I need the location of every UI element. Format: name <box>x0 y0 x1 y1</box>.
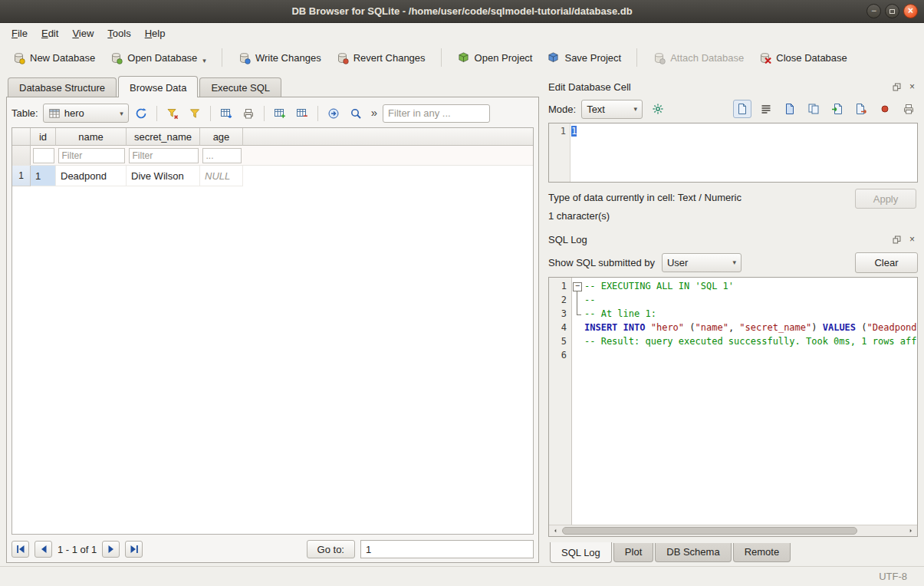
last-page-button[interactable] <box>125 541 143 558</box>
close-database-button[interactable]: Close Database <box>752 47 853 69</box>
delete-record-button[interactable] <box>292 104 312 123</box>
import-button[interactable] <box>828 100 847 118</box>
open-database-icon <box>110 51 123 64</box>
cell-age[interactable]: NULL <box>200 166 243 186</box>
filter-input-id[interactable] <box>33 148 54 163</box>
tab-db-schema[interactable]: DB Schema <box>655 543 731 562</box>
goto-input[interactable] <box>360 540 534 558</box>
horizontal-scrollbar[interactable] <box>549 525 917 536</box>
printer-icon <box>242 107 255 120</box>
print-cell-button[interactable] <box>899 100 918 118</box>
word-wrap-button[interactable] <box>757 100 775 118</box>
minimize-button[interactable]: − <box>866 4 881 18</box>
tab-database-structure[interactable]: Database Structure <box>8 77 117 97</box>
open-project-button[interactable]: Open Project <box>451 47 539 69</box>
mode-selector[interactable]: Text ▾ <box>581 100 643 119</box>
find-button[interactable] <box>346 104 366 123</box>
table-selector[interactable]: hero ▾ <box>43 104 129 123</box>
cell-editor[interactable]: 1 1 <box>548 123 918 183</box>
filter-input-secret-name[interactable] <box>129 148 199 163</box>
print-button[interactable] <box>238 104 258 123</box>
row-header[interactable]: 1 <box>12 166 31 186</box>
sql-source-selector[interactable]: User ▾ <box>662 253 742 272</box>
revert-changes-button[interactable]: Revert Changes <box>330 47 432 69</box>
filter-input-name[interactable] <box>58 148 125 163</box>
write-changes-button[interactable]: Write Changes <box>232 47 327 69</box>
edit-cell-title: Edit Database Cell <box>548 81 631 93</box>
next-page-button[interactable] <box>102 541 120 558</box>
scroll-left-icon <box>551 527 559 535</box>
text-mode-button[interactable] <box>733 100 751 118</box>
column-header-id[interactable]: id <box>31 128 56 146</box>
save-filter-button[interactable] <box>185 104 205 123</box>
titlebar[interactable]: DB Browser for SQLite - /home/user/code/… <box>0 0 924 23</box>
clear-filters-button[interactable] <box>163 104 182 123</box>
first-page-button[interactable] <box>12 541 29 558</box>
refresh-icon <box>135 107 147 120</box>
tab-browse-data[interactable]: Browse Data <box>118 76 198 97</box>
log-line-number: 2 <box>549 293 572 307</box>
editor-content[interactable]: 1 <box>571 123 917 182</box>
scroll-left-button[interactable] <box>549 525 561 536</box>
menu-help[interactable]: Help <box>138 25 173 42</box>
sql-log-view[interactable]: 1-- EXECUTING ALL IN 'SQL 1'2--3-- At li… <box>548 277 918 537</box>
table-row[interactable]: 1 1 Deadpond Dive Wilson NULL <box>12 166 533 186</box>
menu-file[interactable]: File <box>5 25 35 42</box>
clear-log-button[interactable]: Clear <box>855 252 918 273</box>
grid-corner[interactable] <box>12 128 31 146</box>
float-panel-button[interactable] <box>891 234 903 245</box>
goto-cell-button[interactable] <box>324 104 344 123</box>
log-line-text: -- Result: query executed successfully. … <box>583 334 916 348</box>
cell-name[interactable]: Deadpond <box>56 166 127 186</box>
open-external-button[interactable] <box>781 100 799 118</box>
auto-format-button[interactable] <box>648 99 668 119</box>
open-database-button[interactable]: Open Database ▾ <box>104 47 212 69</box>
cell-char-count: 1 character(s) <box>548 210 918 222</box>
browse-toolbar: Table: hero ▾ <box>12 102 534 124</box>
prev-page-button[interactable] <box>35 541 52 558</box>
filter-any-input[interactable] <box>383 104 490 123</box>
menu-edit[interactable]: Edit <box>35 25 65 42</box>
menu-tools[interactable]: Tools <box>100 25 137 42</box>
column-header-name[interactable]: name <box>56 128 127 146</box>
tab-execute-sql[interactable]: Execute SQL <box>199 77 281 97</box>
menu-view[interactable]: View <box>65 25 100 42</box>
chevron-down-icon[interactable]: ▾ <box>202 57 206 64</box>
save-table-button[interactable] <box>216 104 236 123</box>
copy-button[interactable] <box>804 100 823 118</box>
close-panel-button[interactable]: × <box>906 234 918 245</box>
insert-record-button[interactable] <box>270 104 290 123</box>
goto-button[interactable]: Go to: <box>307 540 355 558</box>
export-button[interactable] <box>852 100 870 118</box>
revert-changes-label: Revert Changes <box>353 52 426 64</box>
scroll-right-button[interactable] <box>905 525 917 536</box>
table-label: Table: <box>12 107 38 119</box>
cell-secret-name[interactable]: Dive Wilson <box>127 166 200 186</box>
chevron-down-icon: ▾ <box>116 110 123 117</box>
new-database-button[interactable]: New Database <box>6 47 101 69</box>
fold-collapse-icon[interactable] <box>572 279 583 293</box>
scrollbar-thumb[interactable] <box>562 527 857 535</box>
column-header-age[interactable]: age <box>200 128 243 146</box>
close-window-button[interactable]: × <box>903 4 918 18</box>
column-header-secret-name[interactable]: secret_name <box>127 128 200 146</box>
toolbar-overflow-button[interactable]: » <box>368 106 380 120</box>
attach-database-button[interactable]: Attach Database <box>646 47 750 69</box>
set-null-button[interactable] <box>876 100 894 118</box>
write-changes-icon <box>238 51 251 64</box>
statusbar: UTF-8 <box>0 566 924 586</box>
save-project-button[interactable]: Save Project <box>541 47 627 69</box>
filter-input-age[interactable] <box>202 148 242 163</box>
tab-remote[interactable]: Remote <box>733 543 791 562</box>
tab-plot[interactable]: Plot <box>613 543 653 562</box>
float-panel-button[interactable] <box>891 81 903 93</box>
tab-sql-log[interactable]: SQL Log <box>550 542 612 563</box>
cell-id[interactable]: 1 <box>31 166 56 186</box>
refresh-button[interactable] <box>131 104 151 123</box>
fold-margin <box>572 334 583 348</box>
apply-button[interactable]: Apply <box>855 189 916 209</box>
close-panel-button[interactable]: × <box>906 81 918 93</box>
maximize-button[interactable] <box>885 4 899 18</box>
open-file-icon <box>784 103 796 115</box>
scrollbar-track[interactable] <box>561 525 905 536</box>
